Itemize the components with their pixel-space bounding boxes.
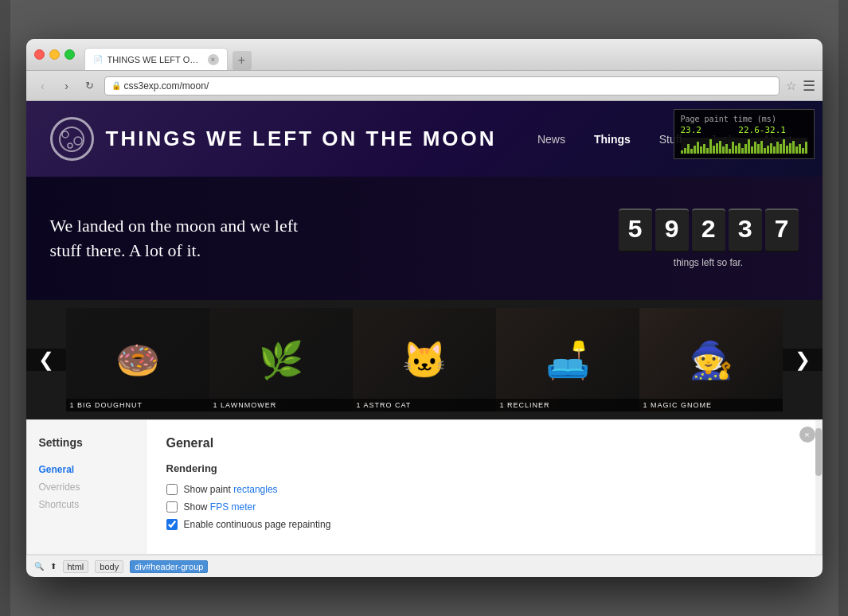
settings-nav-shortcuts[interactable]: Shortcuts (39, 496, 134, 513)
devtools-tag-body[interactable]: body (95, 560, 123, 573)
gallery-item-label: 1 BIG DOUGHNUT (66, 399, 209, 411)
address-bar: ‹ › ↻ 🔒 css3exp.com/moon/ ☆ ☰ (26, 71, 823, 101)
digit-box: 7 (765, 209, 799, 252)
browser-window: 📄 THINGS WE LEFT ON THE M × + ‹ › ↻ 🔒 cs… (26, 39, 823, 577)
browser-tab[interactable]: 📄 THINGS WE LEFT ON THE M × (84, 48, 228, 70)
devtools-tag-html[interactable]: html (63, 560, 89, 573)
settings-main: General Rendering Show paint rectangles … (147, 420, 822, 554)
gallery-next-arrow[interactable]: ❯ (783, 349, 823, 371)
digit-box: 2 (692, 209, 725, 252)
enable-repaint-option: Enable continuous page repainting (166, 519, 802, 530)
minimize-window-button[interactable] (49, 49, 60, 60)
settings-nav-overrides[interactable]: Overrides (39, 478, 134, 496)
perf-values: 23.2 22.6-32.1 (681, 125, 807, 135)
perf-overlay: Page paint time (ms) 23.2 22.6-32.1 (674, 109, 815, 159)
gallery-item-label: 1 MAGIC GNOME (639, 399, 783, 411)
settings-section-header: General (166, 436, 802, 450)
settings-close-button[interactable]: × (799, 427, 815, 443)
gallery-item-label: 1 ASTRO CAT (353, 399, 496, 411)
show-paint-option: Show paint rectangles (166, 484, 802, 495)
gallery-item[interactable]: 🍩 1 BIG DOUGHNUT (66, 308, 209, 411)
digit-box: 9 (655, 209, 689, 252)
svg-point-3 (68, 143, 72, 148)
site-header: Page paint time (ms) 23.2 22.6-32.1 (26, 101, 823, 177)
scrollbar-thumb[interactable] (815, 428, 822, 476)
gallery-item[interactable]: 🧙 1 MAGIC GNOME (639, 308, 783, 411)
settings-sidebar: Settings General Overrides Shortcuts (27, 420, 147, 554)
rendering-section-title: Rendering (166, 462, 802, 474)
gallery-section: ❮ 🍩 1 BIG DOUGHNUT 🌿 1 LAWNMOWER 🐱 1 AST… (26, 300, 823, 419)
devtools-inspector-icon: ⬆ (50, 562, 57, 571)
counter-label: things left so far. (619, 257, 799, 268)
refresh-button[interactable]: ↻ (82, 78, 98, 94)
maximize-window-button[interactable] (64, 49, 75, 60)
devtools-icon: 🔍 (34, 562, 44, 571)
gallery-item-label: 1 LAWNMOWER (209, 399, 353, 411)
counter-digits: 59237 (619, 209, 799, 252)
gallery-item[interactable]: 🌿 1 LAWNMOWER (209, 308, 353, 411)
tab-close-button[interactable]: × (208, 54, 219, 65)
close-window-button[interactable] (34, 49, 45, 60)
tab-title: THINGS WE LEFT ON THE M (107, 55, 203, 64)
gallery-items: 🍩 1 BIG DOUGHNUT 🌿 1 LAWNMOWER 🐱 1 ASTRO… (66, 308, 783, 411)
settings-scrollbar[interactable] (815, 420, 822, 554)
url-text: css3exp.com/moon/ (124, 80, 209, 92)
new-tab-button[interactable]: + (233, 51, 252, 70)
settings-sidebar-title: Settings (39, 436, 134, 449)
gallery-item[interactable]: 🛋️ 1 RECLINER (496, 308, 639, 411)
title-bar: 📄 THINGS WE LEFT ON THE M × + (26, 39, 823, 71)
show-fps-checkbox[interactable] (166, 501, 178, 513)
nav-things[interactable]: Things (588, 130, 637, 149)
devtools-tag-header-group[interactable]: div#header-group (130, 560, 208, 573)
gallery-prev-arrow[interactable]: ❮ (26, 349, 66, 371)
back-button[interactable]: ‹ (34, 77, 52, 95)
enable-repaint-label[interactable]: Enable continuous page repainting (184, 519, 331, 530)
gallery-item-label: 1 RECLINER (496, 399, 639, 411)
site-logo-area: THINGS WE LEFT ON THE MOON (50, 117, 497, 161)
show-fps-option: Show FPS meter (166, 501, 802, 513)
counter-area: 59237 things left so far. (619, 209, 799, 268)
traffic-lights (34, 49, 75, 60)
gallery-item[interactable]: 🐱 1 ASTRO CAT (353, 308, 496, 411)
perf-graph (681, 138, 807, 154)
enable-repaint-checkbox[interactable] (166, 519, 178, 530)
url-icon: 🔒 (111, 81, 121, 90)
svg-point-1 (62, 131, 68, 138)
svg-point-2 (74, 137, 82, 145)
url-bar[interactable]: 🔒 css3exp.com/moon/ (104, 76, 780, 96)
digit-box: 3 (729, 209, 762, 252)
menu-button[interactable]: ☰ (803, 77, 815, 95)
show-fps-label[interactable]: Show FPS meter (184, 501, 256, 513)
hero-section: We landed on the moon and we left stuff … (26, 177, 823, 300)
moon-logo-svg (56, 123, 88, 155)
perf-title: Page paint time (ms) (681, 115, 807, 123)
show-paint-checkbox[interactable] (166, 484, 178, 495)
hero-text: We landed on the moon and we left stuff … (50, 214, 299, 263)
bookmark-button[interactable]: ☆ (786, 79, 796, 93)
site-title: THINGS WE LEFT ON THE MOON (106, 127, 497, 151)
settings-nav-general[interactable]: General (39, 461, 134, 478)
forward-button[interactable]: › (58, 77, 76, 95)
nav-news[interactable]: News (531, 130, 572, 149)
digit-box: 5 (619, 209, 652, 252)
settings-panel: × Settings General Overrides Shortcuts G… (26, 419, 823, 555)
devtools-bar: 🔍 ⬆ html body div#header-group (26, 555, 823, 577)
page-content: Page paint time (ms) 23.2 22.6-32.1 (26, 101, 823, 577)
moon-logo (50, 117, 94, 161)
show-paint-label[interactable]: Show paint rectangles (184, 484, 278, 495)
tab-bar: 📄 THINGS WE LEFT ON THE M × + (84, 39, 252, 70)
